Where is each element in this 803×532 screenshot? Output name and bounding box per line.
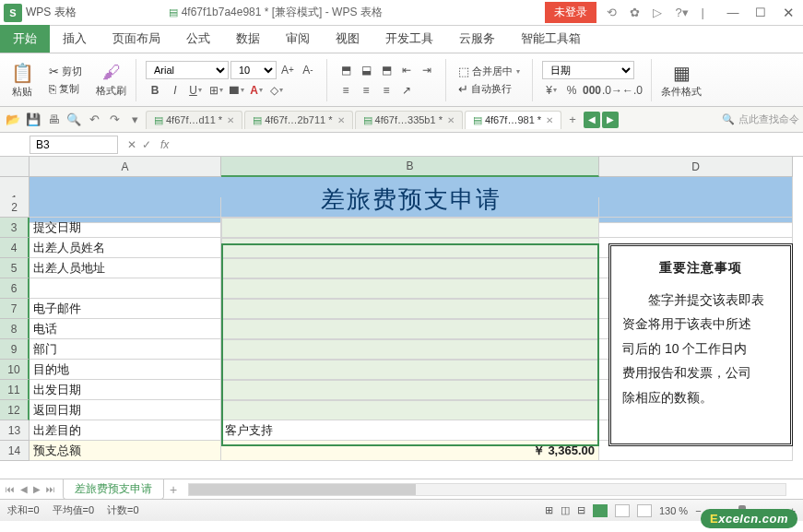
- cell-a14[interactable]: 预支总额: [30, 441, 221, 461]
- command-search[interactable]: 🔍点此查找命令: [722, 112, 799, 126]
- row-header-7[interactable]: 7: [0, 299, 30, 319]
- last-sheet-button[interactable]: ⏭: [46, 484, 55, 494]
- row-header-9[interactable]: 9: [0, 339, 30, 360]
- maximize-button[interactable]: ☐: [750, 4, 772, 22]
- copy-button[interactable]: ⎘复制: [46, 81, 85, 97]
- help-icon[interactable]: ?▾: [672, 6, 691, 19]
- italic-button[interactable]: I: [166, 81, 184, 100]
- tab-review[interactable]: 审阅: [273, 25, 323, 53]
- zoom-value[interactable]: 130 %: [659, 505, 688, 516]
- tab-next-button[interactable]: ▶: [602, 112, 619, 128]
- format-painter-button[interactable]: 🖌格式刷: [92, 60, 130, 100]
- cut-button[interactable]: ✂剪切: [46, 64, 85, 79]
- fx-label[interactable]: fx: [160, 138, 169, 151]
- row-header-3[interactable]: 3: [0, 218, 30, 238]
- tab-data[interactable]: 数据: [223, 25, 273, 53]
- increase-font-button[interactable]: A+: [278, 61, 297, 79]
- view-normal-button[interactable]: [593, 504, 608, 517]
- bold-button[interactable]: B: [146, 81, 164, 100]
- merge-button[interactable]: ⬚合并居中▾: [455, 64, 523, 79]
- login-badge[interactable]: 未登录: [545, 2, 596, 23]
- currency-button[interactable]: ¥▾: [542, 81, 561, 100]
- align-left-button[interactable]: ≡: [337, 81, 355, 100]
- cond-format-button[interactable]: ▦条件格式: [657, 60, 705, 100]
- doctab-1[interactable]: ▤4f67f…d11 *✕: [146, 111, 242, 129]
- cell-b3[interactable]: [221, 218, 599, 238]
- sheet-tab-1[interactable]: 差旅费预支申请: [63, 479, 164, 500]
- align-middle-button[interactable]: ⬓: [357, 61, 375, 79]
- print-icon[interactable]: 🖶: [44, 111, 63, 129]
- cell-a13[interactable]: 出差目的: [30, 420, 221, 441]
- cell-b5[interactable]: [221, 258, 599, 278]
- view-icon-3[interactable]: ⊟: [577, 504, 585, 516]
- view-icon-2[interactable]: ◫: [561, 504, 570, 516]
- tab-view[interactable]: 视图: [323, 25, 372, 53]
- cell-b6[interactable]: [221, 278, 599, 299]
- formula-input[interactable]: [176, 137, 799, 151]
- fill-color-button[interactable]: ⯀▾: [227, 81, 245, 100]
- row-header-6[interactable]: 6: [0, 278, 30, 299]
- cancel-icon[interactable]: ✕: [127, 138, 136, 151]
- col-header-b[interactable]: B: [221, 157, 599, 177]
- cell-a11[interactable]: 出发日期: [30, 380, 221, 400]
- cell-a12[interactable]: 返回日期: [30, 400, 221, 420]
- tab-prev-button[interactable]: ◀: [584, 112, 600, 128]
- cell-a10[interactable]: 目的地: [30, 360, 221, 380]
- align-bottom-button[interactable]: ⬒: [377, 61, 396, 79]
- indent-left-button[interactable]: ⇤: [397, 61, 416, 79]
- more-icon[interactable]: ▾: [125, 111, 144, 129]
- close-icon[interactable]: ✕: [546, 115, 553, 125]
- close-button[interactable]: ✕: [777, 4, 799, 22]
- doctab-2[interactable]: ▤4f67f…2b711 *✕: [244, 111, 352, 129]
- redo-icon[interactable]: ↷: [105, 111, 124, 129]
- cell-b13[interactable]: 客户支持: [221, 420, 599, 441]
- open-icon[interactable]: 📂: [4, 111, 22, 129]
- select-all-corner[interactable]: [0, 157, 30, 177]
- cell-a9[interactable]: 部门: [30, 339, 221, 360]
- settings-icon[interactable]: ✿: [627, 6, 643, 19]
- cell-a7[interactable]: 电子邮件: [30, 299, 221, 319]
- save-icon[interactable]: 💾: [24, 111, 42, 129]
- tab-insert[interactable]: 插入: [50, 25, 100, 53]
- cell-b11[interactable]: [221, 380, 599, 400]
- doctab-4[interactable]: ▤4f67f…981 *✕: [465, 111, 561, 129]
- percent-button[interactable]: %: [562, 81, 581, 100]
- close-icon[interactable]: ✕: [447, 115, 455, 125]
- scrollbar-thumb[interactable]: [189, 484, 416, 495]
- row-header-2[interactable]: 2: [0, 197, 30, 218]
- tab-tools[interactable]: 智能工具箱: [508, 25, 594, 53]
- cell-b9[interactable]: [221, 339, 599, 360]
- close-icon[interactable]: ✕: [337, 115, 345, 125]
- minimize-button[interactable]: —: [722, 4, 744, 22]
- row-header-5[interactable]: 5: [0, 258, 30, 278]
- font-select[interactable]: Arial: [146, 61, 229, 79]
- prev-sheet-button[interactable]: ◀: [20, 484, 28, 494]
- col-header-a[interactable]: A: [30, 157, 221, 177]
- tab-formula[interactable]: 公式: [173, 25, 223, 53]
- view-break-button[interactable]: [637, 504, 652, 517]
- first-sheet-button[interactable]: ⏮: [6, 484, 15, 494]
- row-header-14[interactable]: 14: [0, 441, 30, 461]
- inc-decimal-button[interactable]: .0→: [603, 81, 621, 100]
- align-center-button[interactable]: ≡: [357, 81, 375, 100]
- row-header-4[interactable]: 4: [0, 238, 30, 258]
- row-header-8[interactable]: 8: [0, 319, 30, 339]
- row-header-13[interactable]: 13: [0, 420, 30, 441]
- number-format-select[interactable]: 日期: [542, 61, 634, 79]
- confirm-icon[interactable]: ✓: [142, 138, 151, 151]
- row-header-11[interactable]: 11: [0, 380, 30, 400]
- comma-button[interactable]: 000: [583, 81, 601, 100]
- cell-a8[interactable]: 电话: [30, 319, 221, 339]
- cell-b14[interactable]: ￥ 3,365.00: [221, 441, 599, 461]
- dec-decimal-button[interactable]: ←.0: [623, 81, 642, 100]
- col-header-d[interactable]: D: [599, 157, 793, 177]
- name-box[interactable]: [30, 136, 118, 154]
- tab-layout[interactable]: 页面布局: [100, 25, 173, 53]
- cell-a3[interactable]: 提交日期: [30, 218, 221, 238]
- tab-dev[interactable]: 开发工具: [372, 25, 446, 53]
- paste-button[interactable]: 📋粘贴: [6, 60, 39, 100]
- orientation-button[interactable]: ↗: [397, 81, 416, 100]
- cell-a5[interactable]: 出差人员地址: [30, 258, 221, 278]
- border-button[interactable]: ⊞▾: [207, 81, 225, 100]
- clear-format-button[interactable]: ◇▾: [267, 81, 286, 100]
